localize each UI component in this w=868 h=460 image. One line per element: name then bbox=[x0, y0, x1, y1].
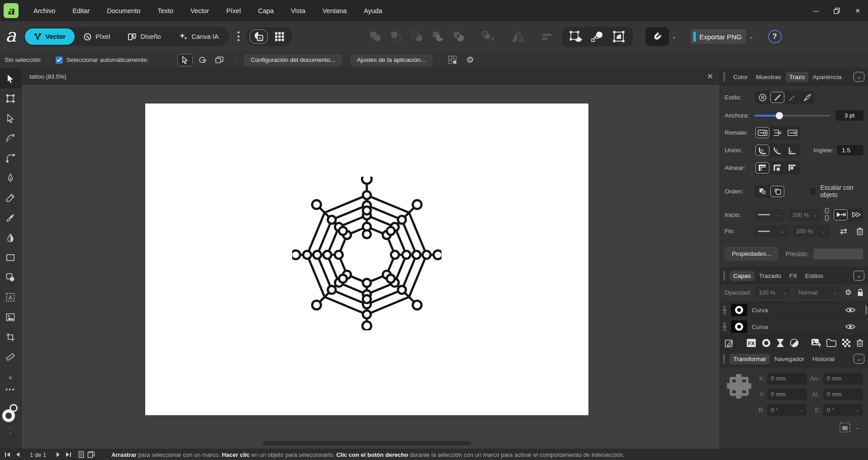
adjustment-icon[interactable] bbox=[776, 338, 784, 347]
menu-ayuda[interactable]: Ayuda bbox=[355, 0, 391, 21]
grid-icon[interactable] bbox=[270, 29, 289, 44]
align-inside-icon[interactable] bbox=[770, 162, 784, 174]
tab-transformar[interactable]: Transformar bbox=[730, 354, 770, 364]
facing-pages-view-icon[interactable] bbox=[86, 449, 96, 460]
minimize-icon[interactable]: — bbox=[806, 0, 826, 21]
shape-select-mode-icon[interactable] bbox=[194, 54, 210, 66]
tab-trazado[interactable]: Trazado bbox=[755, 271, 785, 281]
cursor-mode-icon[interactable] bbox=[177, 54, 193, 66]
tab-historial[interactable]: Historial bbox=[809, 354, 838, 364]
trash-icon[interactable] bbox=[856, 227, 863, 235]
canvas-viewport[interactable] bbox=[22, 85, 720, 449]
start-style-dropdown[interactable]: ⌄ bbox=[754, 209, 784, 221]
tab-navegador[interactable]: Navegador bbox=[771, 354, 808, 364]
more-tools-chevrons[interactable]: » bbox=[9, 373, 12, 381]
restore-icon[interactable] bbox=[826, 0, 847, 21]
end-scale-dropdown[interactable]: 100 %⌄ bbox=[792, 225, 829, 237]
menu-vista[interactable]: Vista bbox=[282, 0, 314, 21]
gear-icon[interactable]: ⚙ bbox=[462, 54, 478, 66]
document-settings-button[interactable]: Configuración del documento... bbox=[244, 54, 342, 66]
delete-layer-trash-icon[interactable] bbox=[856, 339, 863, 347]
menu-editar[interactable]: Editar bbox=[64, 0, 98, 21]
rail-overflow-dots[interactable]: ••• bbox=[5, 385, 15, 393]
layer-thumbnail[interactable] bbox=[731, 304, 747, 316]
order-behind-icon[interactable] bbox=[755, 186, 769, 197]
node-tool[interactable] bbox=[0, 108, 21, 128]
stroke-color-swatch[interactable] bbox=[2, 409, 15, 422]
arrow-start-icon[interactable] bbox=[834, 209, 848, 221]
properties-button[interactable]: Propiedades... bbox=[725, 247, 778, 261]
contour-tool[interactable] bbox=[0, 128, 21, 148]
end-style-dropdown[interactable]: ⌄ bbox=[754, 225, 788, 237]
stroke-width-slider[interactable] bbox=[754, 115, 830, 117]
edit-layer-icon[interactable] bbox=[725, 338, 734, 347]
join-bevel-icon[interactable] bbox=[770, 145, 784, 156]
picture-frame-tool[interactable] bbox=[0, 307, 21, 327]
width-field[interactable]: 0 mm bbox=[823, 373, 863, 384]
join-miter-icon[interactable] bbox=[785, 145, 799, 156]
join-round-icon[interactable] bbox=[755, 145, 769, 156]
cap-round-icon[interactable] bbox=[755, 127, 769, 138]
last-page-icon[interactable] bbox=[63, 449, 73, 460]
new-group-folder-icon[interactable] bbox=[826, 339, 836, 347]
text-frame-tool[interactable]: A bbox=[0, 287, 21, 307]
layer-name[interactable]: Curva bbox=[752, 307, 845, 314]
rectangle-tool[interactable] bbox=[0, 248, 21, 268]
order-front-icon[interactable] bbox=[770, 186, 784, 197]
layer-row-2[interactable]: Curva bbox=[720, 318, 868, 335]
miter-value[interactable]: 1.5 bbox=[837, 145, 863, 155]
chevron-down-icon[interactable]: ⌄ bbox=[854, 354, 864, 364]
artboard-grid-icon[interactable] bbox=[445, 54, 460, 66]
tab-estilos[interactable]: Estilos bbox=[802, 271, 827, 281]
swatch-swap-chevrons[interactable]: ⌃⌄ bbox=[9, 427, 12, 434]
swap-arrows-icon[interactable]: ⇄ bbox=[840, 226, 847, 236]
contour-text-tool-icon[interactable]: A bbox=[250, 29, 268, 44]
corner-tool[interactable] bbox=[0, 148, 21, 168]
panel-grip[interactable] bbox=[723, 72, 725, 82]
menu-documento[interactable]: Documento bbox=[98, 0, 149, 21]
live-filter-icon[interactable] bbox=[790, 338, 799, 347]
tab-muestras[interactable]: Muestras bbox=[752, 72, 785, 82]
snapping-dropdown-chevron[interactable]: ⌄ bbox=[672, 33, 676, 40]
first-page-icon[interactable] bbox=[3, 449, 13, 460]
fx-icon[interactable]: FX bbox=[746, 338, 756, 347]
chevron-down-icon[interactable]: ⌄ bbox=[855, 424, 860, 431]
node-overlay-toggle-icon[interactable] bbox=[588, 29, 607, 44]
tab-apariencia[interactable]: Apariencia bbox=[809, 72, 845, 82]
toolbar-overflow-icon[interactable]: ••• bbox=[237, 31, 240, 42]
app-settings-button[interactable]: Ajustes de la aplicación... bbox=[350, 54, 432, 66]
crop-tool[interactable] bbox=[0, 327, 21, 347]
persona-canva-ia[interactable]: Canva IA bbox=[170, 28, 228, 45]
tab-trazo[interactable]: Trazo bbox=[786, 72, 808, 82]
panel-grip[interactable] bbox=[723, 354, 725, 364]
pencil-tool[interactable] bbox=[0, 188, 21, 208]
tab-capas[interactable]: Capas bbox=[730, 271, 754, 281]
shear-field[interactable]: 0 °⌄ bbox=[823, 404, 863, 416]
layer-thumbnail[interactable] bbox=[731, 320, 747, 333]
persona-vector[interactable]: Vector bbox=[25, 28, 75, 45]
artboard-tool[interactable] bbox=[0, 89, 21, 108]
menu-archivo[interactable]: Archivo bbox=[25, 0, 64, 21]
vector-brush-tool[interactable] bbox=[0, 208, 21, 228]
panel-grip[interactable] bbox=[723, 271, 725, 281]
autoselect-checkbox[interactable] bbox=[56, 56, 63, 64]
document-tab[interactable]: tattoo (83.5%) bbox=[29, 73, 66, 80]
scale-with-object-checkbox[interactable] bbox=[811, 188, 816, 195]
height-field[interactable]: 0 mm bbox=[823, 389, 863, 400]
align-center-icon[interactable] bbox=[755, 162, 769, 174]
cap-square-icon[interactable] bbox=[785, 127, 799, 138]
stroke-width-value[interactable]: 3 pt bbox=[835, 110, 863, 121]
artboard[interactable] bbox=[145, 103, 588, 415]
chevron-down-icon[interactable]: ⌄ bbox=[854, 271, 864, 281]
fill-tool[interactable] bbox=[0, 228, 21, 248]
cap-butt-icon[interactable] bbox=[770, 127, 784, 138]
group-select-mode-icon[interactable] bbox=[212, 54, 227, 66]
shape-tool[interactable] bbox=[0, 268, 21, 287]
stroke-dashed-icon[interactable] bbox=[785, 92, 799, 103]
lock-icon[interactable] bbox=[857, 289, 863, 296]
layer-settings-gear-icon[interactable]: ⚙ bbox=[845, 288, 852, 297]
single-page-view-icon[interactable] bbox=[76, 449, 86, 460]
move-tool[interactable] bbox=[0, 69, 21, 89]
link-icon[interactable] bbox=[825, 208, 829, 221]
selection-box-toggle-icon[interactable] bbox=[567, 29, 585, 44]
